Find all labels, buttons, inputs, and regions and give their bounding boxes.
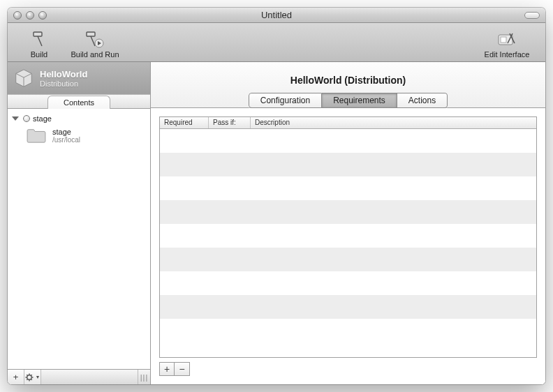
table-row <box>160 200 536 224</box>
table-row <box>160 224 536 248</box>
svg-rect-0 <box>34 32 42 36</box>
tab-requirements[interactable]: Requirements <box>322 93 397 108</box>
table-row <box>160 295 536 319</box>
table-row <box>160 248 536 271</box>
sidebar-tabbar: Contents <box>8 94 150 109</box>
main-header: HelloWorld (Distribution) Configuration … <box>151 62 545 108</box>
tree-root-label: stage <box>33 114 52 123</box>
sidebar-footer: + <box>8 369 150 384</box>
column-description[interactable]: Description <box>251 117 536 128</box>
svg-rect-7 <box>501 37 506 43</box>
disclosure-triangle-icon[interactable] <box>12 116 19 121</box>
folder-path: /usr/local <box>52 136 80 144</box>
column-required[interactable]: Required <box>160 117 209 128</box>
sidebar-header[interactable]: HelloWorld Distribution <box>8 62 150 94</box>
svg-line-3 <box>91 36 95 46</box>
content-area: HelloWorld Distribution Contents stage <box>8 62 545 384</box>
gear-icon <box>25 372 35 382</box>
tree-folder-row[interactable]: stage /usr/local <box>10 124 147 146</box>
main-panel: HelloWorld (Distribution) Configuration … <box>151 62 545 384</box>
table-row <box>160 129 536 153</box>
zoom-window-button[interactable] <box>38 11 47 20</box>
svg-line-17 <box>27 375 27 375</box>
sidebar: HelloWorld Distribution Contents stage <box>8 62 151 384</box>
tree-root-row[interactable]: stage <box>10 113 147 124</box>
folder-icon <box>26 127 47 144</box>
main-body: Required Pass if: Description <box>151 108 545 384</box>
build-button[interactable]: Build <box>15 26 64 61</box>
folder-name: stage <box>52 128 80 136</box>
table-row <box>160 153 536 176</box>
remove-requirement-button[interactable]: − <box>175 362 190 376</box>
sidebar-resize-grip[interactable]: ||| <box>138 370 150 385</box>
app-window: Untitled Build Build and Run <box>8 8 545 384</box>
tab-configuration[interactable]: Configuration <box>249 93 322 108</box>
add-requirement-button[interactable]: + <box>159 362 175 376</box>
chevron-down-icon: ▼ <box>36 375 40 379</box>
build-label: Build <box>31 50 47 59</box>
build-and-run-label: Build and Run <box>71 50 119 59</box>
tab-actions[interactable]: Actions <box>397 93 448 108</box>
minimize-window-button[interactable] <box>26 11 34 20</box>
hammer-play-icon <box>84 29 106 49</box>
window-title: Untitled <box>8 10 545 20</box>
tree-view[interactable]: stage stage /usr/local <box>8 109 150 369</box>
svg-rect-2 <box>87 32 95 36</box>
titlebar[interactable]: Untitled <box>8 8 545 23</box>
close-window-button[interactable] <box>13 11 22 20</box>
traffic-lights <box>13 11 47 20</box>
svg-point-12 <box>27 375 31 379</box>
table-row <box>160 271 536 295</box>
toolbar-spacer <box>126 26 475 61</box>
interface-editor-icon <box>496 29 518 49</box>
segmented-control: Configuration Requirements Actions <box>249 93 448 108</box>
project-name: HelloWorld <box>40 69 87 80</box>
hammer-icon <box>29 29 49 49</box>
svg-line-18 <box>31 379 31 379</box>
sidebar-add-button[interactable]: + <box>8 370 24 385</box>
column-passif[interactable]: Pass if: <box>209 117 251 128</box>
svg-line-19 <box>27 379 27 379</box>
main-title: HelloWorld (Distribution) <box>290 75 406 86</box>
table-header: Required Pass if: Description <box>160 117 536 129</box>
build-and-run-button[interactable]: Build and Run <box>64 26 126 61</box>
requirements-table[interactable]: Required Pass if: Description <box>159 116 537 358</box>
project-subtitle: Distribution <box>40 80 87 88</box>
edit-interface-label: Edit Interface <box>485 50 530 59</box>
edit-interface-button[interactable]: Edit Interface <box>475 26 538 61</box>
table-body[interactable] <box>160 129 536 357</box>
package-icon <box>13 68 34 89</box>
radio-dot-icon <box>23 115 30 122</box>
titlebar-pill-button[interactable] <box>524 12 540 19</box>
toolbar: Build Build and Run Edit Interface <box>8 23 545 62</box>
sidebar-tab-contents[interactable]: Contents <box>47 96 110 109</box>
svg-line-20 <box>31 375 31 375</box>
table-row <box>160 176 536 200</box>
svg-line-1 <box>38 36 42 46</box>
sidebar-action-button[interactable]: ▼ <box>24 370 41 385</box>
table-buttons: + − <box>159 362 537 376</box>
